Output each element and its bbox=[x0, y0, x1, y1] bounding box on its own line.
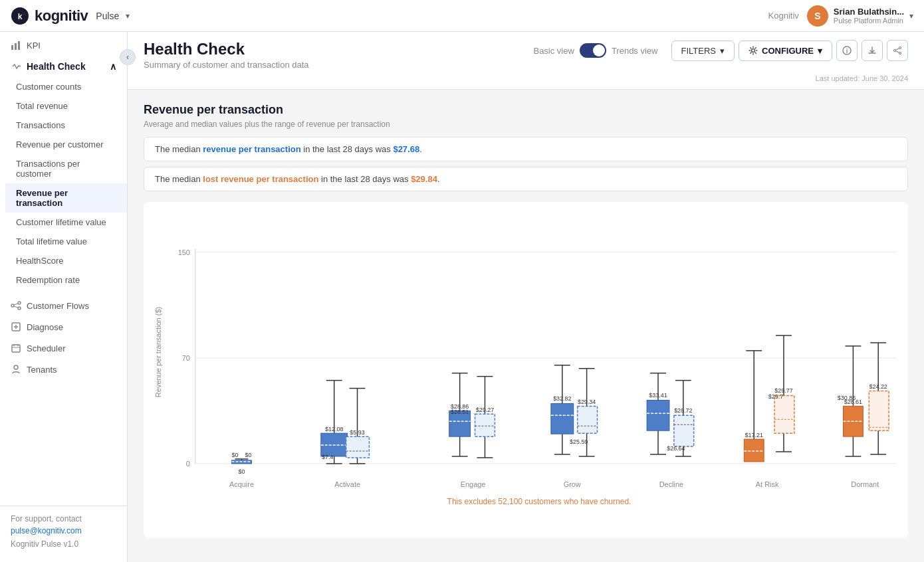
section-title: Revenue per transaction bbox=[144, 103, 908, 117]
svg-text:0: 0 bbox=[186, 460, 190, 468]
svg-text:$26.64: $26.64 bbox=[667, 445, 685, 452]
svg-rect-78 bbox=[578, 406, 598, 433]
svg-text:$32.82: $32.82 bbox=[553, 395, 571, 402]
kpi-icon bbox=[11, 40, 21, 50]
svg-rect-121 bbox=[869, 391, 889, 431]
diagnose-icon bbox=[11, 322, 21, 332]
health-check-icon bbox=[11, 61, 21, 72]
sidebar-item-customer-counts[interactable]: Customer counts bbox=[5, 77, 127, 96]
svg-point-6 bbox=[18, 302, 21, 304]
insight-box-2: The median lost revenue per transaction … bbox=[144, 167, 908, 191]
svg-rect-72 bbox=[551, 403, 574, 434]
sidebar-item-transactions[interactable]: Transactions bbox=[5, 116, 127, 135]
sidebar-submenu: Customer counts Total revenue Transactio… bbox=[0, 77, 127, 290]
sidebar-item-total-revenue[interactable]: Total revenue bbox=[5, 96, 127, 116]
svg-text:At Risk: At Risk bbox=[756, 480, 779, 488]
support-email[interactable]: pulse@kognitiv.com bbox=[11, 526, 116, 535]
svg-point-17 bbox=[14, 365, 18, 369]
info-button[interactable]: i bbox=[836, 40, 858, 61]
download-button[interactable] bbox=[862, 40, 883, 61]
content-area: Revenue per transaction Average and medi… bbox=[128, 90, 924, 562]
kognitiv-label: Kognitiv bbox=[768, 11, 799, 21]
filters-label: FILTERS bbox=[681, 46, 717, 56]
insight2-mid: in the last 28 days was bbox=[318, 174, 411, 184]
svg-text:$12.08: $12.08 bbox=[325, 426, 343, 432]
sidebar-item-scheduler[interactable]: Scheduler bbox=[0, 337, 127, 359]
main-header: Health Check Summary of customer and tra… bbox=[128, 32, 924, 90]
insight2-value: $29.84 bbox=[411, 174, 437, 184]
svg-line-24 bbox=[895, 48, 899, 50]
info-icon: i bbox=[842, 46, 852, 55]
topnav: k kognitiv Pulse ▾ Kognitiv S Srian Bula… bbox=[0, 0, 924, 32]
sidebar-item-revenue-per-customer[interactable]: Revenue per customer bbox=[5, 135, 127, 154]
logo[interactable]: k kognitiv Pulse ▾ bbox=[11, 7, 130, 25]
svg-text:Engage: Engage bbox=[461, 480, 486, 488]
sidebar-item-transactions-per-customer[interactable]: Transactions per customer bbox=[5, 154, 127, 183]
user-menu[interactable]: S Srian Bulathsin... Pulse Platform Admi… bbox=[807, 5, 913, 27]
svg-text:$33.41: $33.41 bbox=[649, 392, 667, 399]
health-check-label: Health Check bbox=[27, 61, 86, 72]
basic-view-label: Basic view bbox=[533, 46, 574, 56]
svg-text:$5.93: $5.93 bbox=[350, 429, 364, 436]
sidebar-health-check[interactable]: Health Check ∧ bbox=[0, 56, 127, 77]
insight1-post: . bbox=[419, 144, 422, 154]
svg-rect-86 bbox=[647, 400, 669, 430]
logo-text: kognitiv bbox=[35, 7, 88, 25]
svg-text:$7.4: $7.4 bbox=[322, 454, 333, 460]
sidebar-item-customer-flows[interactable]: Customer Flows bbox=[0, 295, 127, 316]
svg-rect-92 bbox=[674, 415, 694, 446]
svg-text:$28.72: $28.72 bbox=[674, 407, 692, 414]
gear-icon bbox=[749, 46, 758, 55]
svg-rect-4 bbox=[18, 41, 20, 50]
chart-svg: 0 70 150 $0 $0 bbox=[175, 213, 903, 490]
collapse-icon[interactable]: ∧ bbox=[110, 61, 116, 72]
chart-container: Revenue per transaction ($) 0 70 150 bbox=[144, 202, 908, 538]
share-icon bbox=[893, 46, 902, 55]
svg-text:$17.21: $17.21 bbox=[745, 432, 763, 438]
sidebar-item-total-lifetime-value[interactable]: Total lifetime value bbox=[5, 232, 127, 251]
sidebar-item-customer-lifetime-value[interactable]: Customer lifetime value bbox=[5, 213, 127, 232]
insight-box-1: The median revenue per transaction in th… bbox=[144, 137, 908, 161]
svg-rect-13 bbox=[12, 345, 20, 352]
svg-point-22 bbox=[894, 50, 896, 52]
svg-text:$25.59: $25.59 bbox=[570, 438, 588, 445]
kpi-label: KPI bbox=[27, 41, 41, 50]
sidebar-collapse-button[interactable]: ‹ bbox=[120, 49, 136, 65]
customer-flows-label: Customer Flows bbox=[27, 301, 89, 311]
configure-button[interactable]: CONFIGURE ▾ bbox=[739, 41, 832, 61]
toggle-knob bbox=[593, 45, 605, 56]
username: Srian Bulathsin... bbox=[834, 7, 904, 17]
main-content: Health Check Summary of customer and tra… bbox=[128, 32, 924, 562]
svg-text:Activate: Activate bbox=[334, 480, 360, 488]
sidebar-item-diagnose[interactable]: Diagnose bbox=[0, 316, 127, 337]
user-chevron-icon[interactable]: ▾ bbox=[909, 11, 913, 21]
section-subtitle: Average and median values plus the range… bbox=[144, 120, 908, 129]
sidebar-item-tenants[interactable]: Tenants bbox=[0, 359, 127, 380]
svg-rect-51 bbox=[346, 436, 370, 458]
svg-text:Grow: Grow bbox=[564, 480, 581, 488]
svg-line-8 bbox=[14, 304, 18, 305]
svg-text:$28.51: $28.51 bbox=[451, 409, 469, 415]
sidebar-item-kpi[interactable]: KPI bbox=[0, 35, 127, 56]
header-title-area: Health Check Summary of customer and tra… bbox=[144, 40, 309, 70]
sidebar-item-revenue-per-transaction[interactable]: Revenue per transaction bbox=[5, 183, 127, 213]
sidebar-item-redemption-rate[interactable]: Redemption rate bbox=[5, 270, 127, 290]
last-updated: Last updated: June 30, 2024 bbox=[816, 74, 908, 82]
page-title: Health Check bbox=[144, 40, 309, 58]
share-button[interactable] bbox=[887, 40, 908, 61]
filters-button[interactable]: FILTERS ▾ bbox=[671, 41, 735, 61]
view-toggle-switch[interactable] bbox=[580, 43, 606, 58]
header-actions: Basic view Trends view FILTERS ▾ CONFIGU… bbox=[533, 40, 908, 82]
tenants-icon bbox=[11, 364, 21, 375]
svg-text:k: k bbox=[18, 12, 23, 21]
sidebar-item-healthscore[interactable]: HealthScore bbox=[5, 251, 127, 270]
svg-line-9 bbox=[14, 306, 18, 308]
view-toggle: Basic view Trends view FILTERS ▾ CONFIGU… bbox=[533, 40, 908, 61]
svg-rect-2 bbox=[11, 45, 13, 50]
app-chevron-icon[interactable]: ▾ bbox=[126, 11, 130, 21]
svg-text:$0: $0 bbox=[232, 452, 239, 458]
svg-text:$29.7: $29.7 bbox=[768, 393, 783, 400]
user-info: Srian Bulathsin... Pulse Platform Admin bbox=[834, 7, 904, 25]
insight1-value: $27.68 bbox=[393, 144, 419, 154]
svg-text:$0: $0 bbox=[245, 452, 251, 458]
